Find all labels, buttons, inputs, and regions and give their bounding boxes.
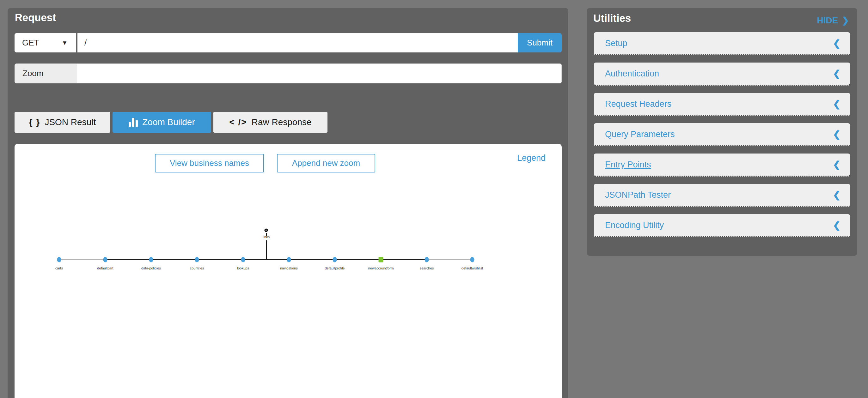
graph-node-label: carts (55, 266, 63, 270)
method-select[interactable]: GET ▼ (14, 33, 76, 53)
graph-edge (243, 259, 289, 260)
zoom-input[interactable] (77, 64, 561, 83)
graph-edge (105, 259, 151, 260)
utilities-item-label: Query Parameters (605, 130, 675, 139)
graph-node-label: defaultcart (97, 266, 113, 270)
graph-node-links-connector (266, 240, 267, 260)
graph-node-lookups[interactable] (241, 257, 245, 263)
chevron-left-icon: ❮ (833, 38, 840, 48)
request-panel: Request GET ▼ Submit Zoom { } JSON Resul… (8, 8, 568, 398)
graph-node-label: countries (190, 266, 204, 270)
graph-node-countries[interactable] (195, 257, 199, 263)
utilities-item-label: Setup (605, 38, 627, 48)
hide-label: HIDE (817, 15, 838, 26)
chevron-left-icon: ❮ (833, 159, 840, 170)
graph-edge (427, 259, 472, 260)
page: { "request": { "title": "Request", "meth… (0, 0, 868, 398)
tab-json-result[interactable]: { } JSON Result (14, 112, 110, 133)
braces-icon: { } (29, 117, 40, 127)
utilities-item-query-parameters[interactable]: Query Parameters❮ (594, 123, 850, 146)
chevron-left-icon: ❮ (833, 190, 840, 200)
chevron-left-icon: ❮ (833, 220, 840, 231)
graph-node-label: links (263, 235, 270, 239)
method-value: GET (22, 38, 39, 48)
graph-edge (59, 259, 105, 260)
tab-raw-response[interactable]: < /> Raw Response (213, 112, 328, 133)
request-title: Request (15, 12, 56, 24)
graph-node-links[interactable] (265, 229, 268, 232)
utilities-list: Setup❮Authentication❮Request Headers❮Que… (594, 32, 850, 244)
request-bar: GET ▼ Submit (14, 33, 562, 53)
graph-node-label: lookups (237, 266, 249, 270)
graph-edge (151, 259, 197, 260)
zoom-field-label: Zoom (15, 64, 77, 83)
result-tabs: { } JSON Result Zoom Builder < /> Raw Re… (14, 112, 328, 133)
graph-edge (335, 259, 381, 260)
graph-node-defaultcart[interactable] (103, 257, 107, 263)
tab-label: JSON Result (44, 117, 96, 127)
graph-node-label: searches (420, 266, 434, 270)
utilities-item-label: Authentication (605, 69, 659, 79)
utilities-item-label: Entry Points (605, 160, 651, 170)
utilities-item-authentication[interactable]: Authentication❮ (594, 63, 850, 86)
graph-node-searches[interactable] (425, 257, 429, 263)
chevron-right-icon: ❯ (842, 15, 849, 26)
graph-node-label: data-policies (141, 266, 161, 270)
code-icon: < /> (229, 117, 247, 127)
graph: links cartsdefaultcartdata-policiescount… (14, 144, 562, 398)
graph-edge (381, 259, 427, 260)
graph-node-data-policies[interactable] (149, 257, 153, 263)
utilities-title: Utilities (593, 12, 631, 24)
utilities-item-label: JSONPath Tester (605, 190, 671, 200)
bar-chart-icon (129, 118, 138, 127)
utilities-item-setup[interactable]: Setup❮ (594, 32, 850, 55)
graph-node-defaultwishlist[interactable] (470, 257, 474, 263)
graph-node-label: newaccountform (368, 266, 394, 270)
chevron-left-icon: ❮ (833, 129, 840, 140)
zoom-field-row: Zoom (14, 64, 562, 84)
graph-node-newaccountform[interactable] (379, 257, 383, 263)
url-input[interactable] (78, 33, 518, 53)
graph-node-label: navigations (280, 266, 298, 270)
utilities-item-label: Request Headers (605, 99, 672, 109)
graph-edge (289, 259, 335, 260)
hide-utilities-button[interactable]: HIDE ❯ (817, 15, 849, 26)
tab-label: Zoom Builder (142, 117, 195, 127)
tab-label: Raw Response (252, 117, 312, 127)
utilities-item-encoding-utility[interactable]: Encoding Utility❮ (594, 214, 850, 237)
graph-node-label: defaultwishlist (462, 266, 483, 270)
chevron-down-icon: ▼ (62, 39, 68, 46)
zoom-builder-content: View business names Append new zoom Lege… (14, 144, 562, 398)
graph-node-label: defaultprofile (325, 266, 345, 270)
chevron-left-icon: ❮ (833, 99, 840, 109)
utilities-item-jsonpath-tester[interactable]: JSONPath Tester❮ (594, 184, 850, 207)
graph-node-carts[interactable] (57, 257, 61, 263)
utilities-item-label: Encoding Utility (605, 221, 664, 230)
graph-node-navigations[interactable] (287, 257, 291, 263)
chevron-left-icon: ❮ (833, 68, 840, 79)
graph-edge (197, 259, 243, 260)
tab-zoom-builder[interactable]: Zoom Builder (113, 112, 211, 133)
graph-node-defaultprofile[interactable] (333, 257, 337, 263)
utilities-item-entry-points[interactable]: Entry Points❮ (594, 154, 850, 176)
utilities-panel: Utilities HIDE ❯ Setup❮Authentication❮Re… (587, 8, 857, 256)
submit-button[interactable]: Submit (518, 33, 562, 53)
utilities-item-request-headers[interactable]: Request Headers❮ (594, 93, 850, 116)
